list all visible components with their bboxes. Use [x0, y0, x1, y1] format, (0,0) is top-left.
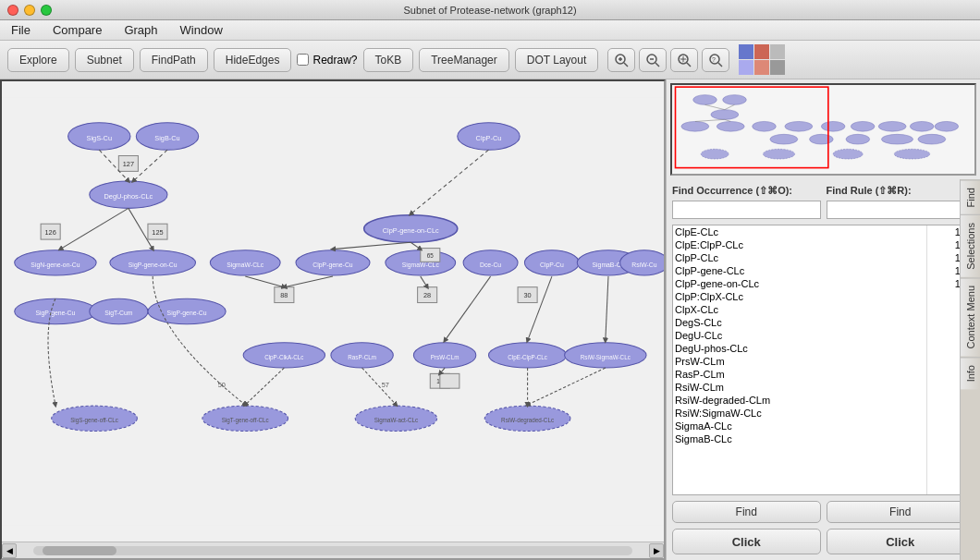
treemanager-button[interactable]: TreeManager [419, 48, 509, 72]
svg-point-109 [681, 121, 709, 131]
svg-text:30: 30 [523, 291, 531, 299]
rule-input[interactable] [827, 201, 975, 219]
list-item[interactable]: ClpX-CLc [673, 303, 926, 316]
list-item[interactable]: PrsW-CLm [673, 355, 926, 368]
find-list-container: ClpE-CLcClpE:ClpP-CLcClpP-CLcClpP-gene-C… [672, 225, 974, 495]
list-item[interactable]: DegS-CLc [673, 316, 926, 329]
tab-selections[interactable]: Selections [961, 214, 980, 277]
svg-point-112 [785, 121, 813, 131]
tokb-button[interactable]: ToKB [363, 48, 414, 72]
svg-point-125 [833, 149, 863, 159]
menu-file[interactable]: File [7, 23, 34, 37]
redraw-checkbox-wrapper: Redraw? [297, 54, 357, 67]
find-rule-button[interactable]: Find [827, 501, 975, 523]
graph-panel[interactable]: SigS-Cu SigB-Cu ClpP-Cu 127 DegU-phos-CL… [0, 79, 666, 560]
subnet-button[interactable]: Subnet [75, 48, 134, 72]
svg-point-114 [851, 121, 875, 131]
hideedges-button[interactable]: HideEdges [214, 48, 292, 72]
maximize-button[interactable] [41, 5, 52, 16]
swatch-salmon[interactable] [754, 60, 769, 75]
graph-scrollbar[interactable]: ◀ ▶ [2, 542, 664, 558]
list-item[interactable]: RasP-CLm [673, 368, 926, 381]
menu-compare[interactable]: Compare [49, 23, 105, 37]
rule-label: Find Rule (⇧⌘R): [827, 185, 975, 197]
svg-point-124 [763, 149, 794, 159]
list-item[interactable]: ClpE:ClpP-CLc [673, 238, 926, 251]
list-item[interactable]: ClpP-gene-CLc [673, 264, 926, 277]
mini-map [670, 83, 976, 176]
click-rule-button[interactable]: Click [827, 529, 975, 554]
close-button[interactable] [7, 5, 18, 16]
svg-text:DegU-phos-CLc: DegU-phos-CLc [104, 192, 153, 201]
list-item[interactable]: SigmaB-CLc [673, 432, 926, 445]
list-item[interactable]: ClpP:ClpX-CLc [673, 290, 926, 303]
list-item[interactable]: ClpE-CLc [673, 225, 926, 238]
click-occurrence-button[interactable]: Click [672, 529, 821, 554]
svg-text:127: 127 [123, 160, 134, 168]
list-item[interactable]: RsiW:SigmaW-CLc [673, 407, 926, 420]
find-occurrence-button[interactable]: Find [672, 501, 821, 523]
svg-point-122 [918, 134, 946, 144]
main-layout: SigS-Cu SigB-Cu ClpP-Cu 127 DegU-phos-CL… [0, 79, 980, 560]
scroll-left-arrow[interactable]: ◀ [2, 543, 17, 558]
svg-point-108 [711, 110, 739, 120]
color-swatches [739, 44, 785, 75]
list-item[interactable]: ClpP-CLc [673, 251, 926, 264]
svg-text:ClpP-gene-Cu: ClpP-gene-Cu [312, 262, 352, 269]
dotlayout-button[interactable]: DOT Layout [515, 48, 598, 72]
scroll-thumb[interactable] [43, 546, 116, 555]
menu-graph[interactable]: Graph [120, 23, 161, 37]
list-item[interactable]: RsiW-degraded-CLm [673, 394, 926, 407]
list-item[interactable]: DegU-CLc [673, 329, 926, 342]
swatch-blue[interactable] [739, 44, 753, 59]
svg-text:SigP-gene-on-Cu: SigP-gene-on-Cu [129, 262, 178, 269]
find-panel: Find Occurrence (⇧⌘O): Find Rule (⇧⌘R): … [667, 179, 980, 560]
swatch-mid-gray[interactable] [770, 60, 785, 75]
svg-text:SigN-gene-on-Cu: SigN-gene-on-Cu [31, 262, 80, 269]
svg-text:SigP-gene-Cu: SigP-gene-Cu [35, 310, 75, 317]
tab-info[interactable]: Info [961, 357, 980, 389]
list-item[interactable]: RsiW-CLm [673, 381, 926, 394]
minimap-svg [672, 85, 974, 174]
list-item[interactable]: SigmaA-CLc [673, 420, 926, 432]
zoom-in-button[interactable] [607, 48, 635, 72]
tab-find[interactable]: Find [961, 179, 980, 214]
svg-text:SigS-Cu: SigS-Cu [87, 134, 112, 142]
svg-text:ClpP-gene-on-CLc: ClpP-gene-on-CLc [383, 226, 439, 235]
occurrence-label: Find Occurrence (⇧⌘O): [672, 185, 821, 197]
svg-point-117 [935, 121, 959, 131]
svg-line-6 [655, 63, 659, 67]
occurrence-list[interactable]: ClpE-CLcClpE:ClpP-CLcClpP-CLcClpP-gene-C… [673, 225, 927, 494]
redraw-checkbox[interactable] [297, 54, 309, 66]
tab-context-menu[interactable]: Context Menu [961, 277, 980, 356]
svg-text:125: 125 [152, 228, 163, 237]
svg-point-120 [846, 134, 870, 144]
svg-text:RsiW-degraded-CLc: RsiW-degraded-CLc [501, 417, 554, 424]
menu-window[interactable]: Window [177, 23, 227, 37]
click-buttons-row: Click Click [672, 529, 974, 554]
menu-bar: File Compare Graph Window [0, 20, 980, 41]
svg-text:28: 28 [423, 291, 431, 299]
swatch-red[interactable] [754, 44, 769, 59]
findpath-button[interactable]: FindPath [140, 48, 208, 72]
svg-point-123 [701, 149, 729, 159]
scroll-right-arrow[interactable]: ▶ [649, 543, 664, 558]
list-item[interactable]: DegU-phos-CLc [673, 342, 926, 355]
swatch-gray[interactable] [770, 44, 785, 59]
svg-text:ClpP-Cu: ClpP-Cu [540, 262, 564, 269]
svg-text:SigP-gene-Cu: SigP-gene-Cu [167, 310, 207, 317]
svg-text:SigT-Cum: SigT-Cum [104, 310, 133, 317]
side-tabs: Find Selections Context Menu Info [960, 179, 980, 560]
zoom-region-button[interactable]: ? [702, 48, 729, 72]
svg-text:65: 65 [427, 252, 435, 259]
fit-button[interactable] [670, 48, 698, 72]
list-item[interactable]: ClpP-gene-on-CLc [673, 277, 926, 290]
explore-button[interactable]: Explore [7, 48, 69, 72]
minimize-button[interactable] [24, 5, 35, 16]
window-controls[interactable] [7, 5, 52, 16]
swatch-light-blue[interactable] [739, 60, 753, 75]
occurrence-input[interactable] [672, 201, 821, 219]
svg-text:RsiW-Cu: RsiW-Cu [631, 262, 656, 268]
svg-point-107 [723, 95, 747, 105]
zoom-out-button[interactable] [639, 48, 667, 72]
